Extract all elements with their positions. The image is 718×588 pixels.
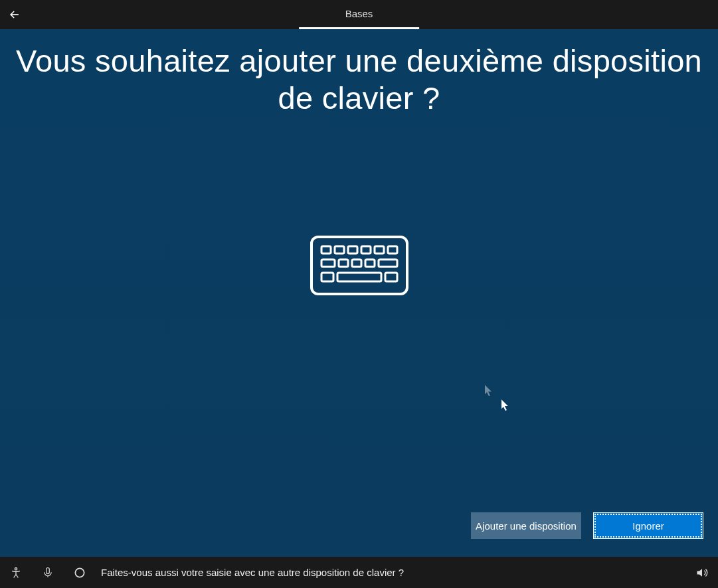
svg-rect-7 bbox=[321, 259, 335, 267]
arrow-left-icon bbox=[8, 8, 21, 21]
top-bar: Bases bbox=[0, 0, 718, 29]
cortana-button[interactable] bbox=[64, 557, 96, 588]
skip-button[interactable]: Ignorer bbox=[593, 512, 703, 539]
tab-label: Bases bbox=[345, 8, 373, 19]
svg-rect-16 bbox=[46, 567, 50, 573]
svg-rect-13 bbox=[337, 273, 381, 281]
svg-rect-5 bbox=[375, 246, 384, 254]
volume-icon bbox=[695, 566, 709, 579]
bottom-bar: Faites-vous aussi votre saisie avec une … bbox=[0, 557, 718, 588]
tab-bases[interactable]: Bases bbox=[299, 0, 420, 29]
bottom-bar-right bbox=[686, 557, 718, 588]
svg-rect-4 bbox=[361, 246, 371, 254]
svg-rect-3 bbox=[348, 246, 357, 254]
svg-rect-12 bbox=[321, 273, 333, 281]
svg-rect-1 bbox=[321, 246, 331, 254]
add-layout-button[interactable]: Ajouter une disposition bbox=[471, 512, 581, 539]
svg-rect-9 bbox=[352, 259, 361, 267]
cortana-icon bbox=[73, 566, 86, 579]
main-content: Vous souhaitez ajouter une deuxième disp… bbox=[0, 29, 718, 557]
svg-point-17 bbox=[75, 568, 84, 577]
svg-rect-10 bbox=[365, 259, 375, 267]
button-row: Ajouter une disposition Ignorer bbox=[471, 512, 703, 539]
cursor-icon bbox=[501, 400, 509, 411]
add-layout-label: Ajouter une disposition bbox=[476, 520, 577, 532]
svg-rect-2 bbox=[335, 246, 344, 254]
microphone-button[interactable] bbox=[32, 557, 64, 588]
tab-container: Bases bbox=[299, 0, 420, 29]
svg-rect-8 bbox=[339, 259, 348, 267]
microphone-icon bbox=[42, 566, 54, 579]
back-button[interactable] bbox=[0, 0, 29, 29]
svg-rect-6 bbox=[388, 246, 397, 254]
skip-label: Ignorer bbox=[632, 520, 664, 532]
cortana-prompt: Faites-vous aussi votre saisie avec une … bbox=[101, 567, 404, 578]
page-title: Vous souhaitez ajouter une deuxième disp… bbox=[0, 42, 718, 117]
accessibility-button[interactable] bbox=[0, 557, 32, 588]
accessibility-icon bbox=[9, 566, 23, 579]
svg-rect-14 bbox=[385, 273, 397, 281]
cursor-ghost-icon bbox=[485, 385, 493, 397]
svg-point-15 bbox=[15, 567, 17, 569]
svg-rect-11 bbox=[379, 259, 397, 267]
keyboard-icon bbox=[310, 235, 409, 299]
volume-button[interactable] bbox=[686, 557, 718, 588]
